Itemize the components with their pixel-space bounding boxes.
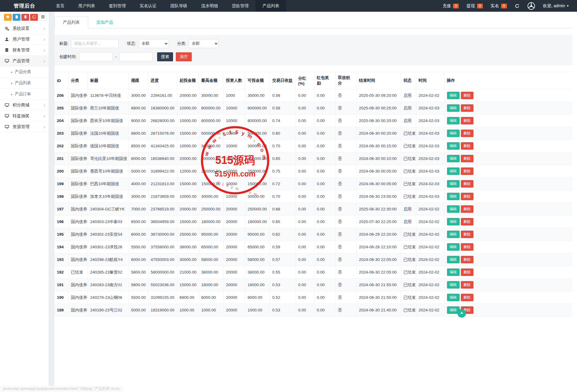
sidebar-item-resource-management[interactable]: 资源管理›	[0, 121, 49, 132]
edit-button[interactable]: 编辑	[447, 92, 460, 99]
nav-item[interactable]: 产品列表	[256, 0, 286, 12]
table-cell: 0.62	[270, 228, 296, 241]
delete-button[interactable]: 删除	[461, 256, 473, 263]
edit-button[interactable]: 编辑	[447, 142, 460, 150]
table-cell: 3000.00	[129, 89, 148, 102]
edit-button[interactable]: 编辑	[447, 294, 460, 301]
column-header: 规模	[129, 72, 148, 89]
list-view-button[interactable]	[39, 14, 47, 21]
table-cell: 55023036.00	[148, 279, 177, 291]
delete-button[interactable]: 删除	[461, 180, 473, 188]
status-bar: javascript:openapp('/pay/products/index.…	[0, 386, 123, 392]
delete-button[interactable]: 删除	[461, 294, 473, 301]
tab-product-list[interactable]: 产品列表	[54, 17, 88, 29]
clear-button[interactable]: 清空	[176, 52, 192, 61]
nav-item[interactable]: 贷款管理	[225, 0, 256, 12]
welcome-dropdown[interactable]: 欢迎, admin ▾	[543, 3, 569, 9]
edit-button[interactable]: 编辑	[447, 218, 460, 225]
table-cell: 0.00	[314, 115, 335, 127]
tab-add-product[interactable]: 添加产品	[88, 17, 121, 28]
edit-button[interactable]: 编辑	[447, 130, 460, 137]
edit-button[interactable]: 编辑	[447, 268, 460, 276]
created-end-input[interactable]	[119, 52, 153, 61]
delete-button[interactable]: 删除	[461, 243, 473, 251]
edit-button[interactable]: 编辑	[447, 243, 460, 251]
edit-button[interactable]: 编辑	[447, 193, 460, 200]
refresh-icon[interactable]	[515, 4, 520, 8]
nav-badge[interactable]: 充值0	[442, 3, 459, 9]
nav-item[interactable]: 团队等级	[163, 0, 194, 12]
title-search-input[interactable]	[71, 39, 119, 48]
delete-button[interactable]: 删除	[461, 281, 473, 289]
sidebar-item-wheel-lottery[interactable]: 转盘抽奖›	[0, 111, 49, 121]
column-header: 红包奖励	[314, 72, 335, 89]
delete-button[interactable]: 删除	[461, 92, 473, 99]
actions-cell: 编辑删除	[444, 291, 572, 304]
table-cell: 0.00	[296, 102, 314, 115]
nav-item[interactable]: 签到管理	[102, 0, 133, 12]
delete-button[interactable]: 删除	[461, 142, 473, 150]
edit-button[interactable]: 编辑	[447, 104, 460, 112]
delete-button[interactable]: 删除	[461, 268, 473, 276]
edit-button[interactable]: 编辑	[447, 155, 460, 162]
delete-button[interactable]: 删除	[461, 205, 473, 213]
sidebar-item-user-management[interactable]: 用户管理›	[0, 34, 49, 45]
delete-button[interactable]: 删除	[461, 130, 473, 137]
sidebar-subitem[interactable]: ▸产品订单	[0, 89, 49, 100]
actions-cell: 编辑删除	[444, 152, 572, 165]
delete-button[interactable]: 删除	[461, 231, 473, 238]
nav-item[interactable]: 实名认证	[133, 0, 163, 12]
table-cell: 0.72	[270, 178, 296, 190]
edit-button[interactable]: 编辑	[447, 231, 460, 238]
table-cell: 15000.00	[177, 178, 199, 190]
delete-button[interactable]: 删除	[461, 117, 473, 124]
home-button[interactable]	[4, 14, 12, 21]
delete-button[interactable]: 删除	[461, 104, 473, 112]
nav-badge[interactable]: 实名0	[491, 3, 507, 9]
avatar[interactable]	[527, 2, 535, 10]
sidebar-subitem[interactable]: ▸产品分类	[0, 66, 49, 78]
status-select[interactable]: 全部	[139, 39, 169, 48]
edit-button[interactable]: 编辑	[447, 281, 460, 289]
sidebar-subitem[interactable]: ▸产品列表	[0, 78, 49, 89]
column-header: 结束时间	[356, 72, 401, 89]
trash-button[interactable]	[21, 14, 29, 21]
edit-button[interactable]: 编辑	[447, 167, 460, 175]
delete-button[interactable]: 删除	[461, 193, 473, 200]
table-cell: 500000.00	[199, 127, 223, 140]
actions-cell: 编辑删除	[444, 178, 572, 190]
edit-button[interactable]: 编辑	[447, 256, 460, 263]
file-button[interactable]	[13, 14, 20, 21]
delete-button[interactable]: 删除	[461, 218, 473, 225]
sidebar-item-product-management[interactable]: 产品管理›	[0, 56, 49, 66]
edit-button[interactable]: 编辑	[447, 117, 460, 124]
nav-item[interactable]: 用户列表	[71, 0, 102, 12]
delete-button[interactable]: 删除	[461, 155, 473, 162]
category-select[interactable]: 全部	[189, 39, 219, 48]
table-row: 192已结束240285-23豫管025800.0058000000.00210…	[54, 266, 572, 279]
table-cell: 10000	[223, 190, 245, 203]
recycle-button[interactable]	[30, 14, 38, 21]
back-to-top-button[interactable]	[458, 309, 466, 317]
edit-button[interactable]: 编辑	[447, 205, 460, 213]
table-cell: 203	[54, 127, 68, 140]
sidebar-item-system-settings[interactable]: 系统设置›	[0, 23, 49, 34]
nav-item[interactable]: 流水明细	[194, 0, 225, 12]
table-cell: 2025-06-30 00:20:00	[356, 115, 401, 127]
created-start-input[interactable]	[79, 52, 113, 61]
edit-button[interactable]: 编辑	[447, 180, 460, 188]
table-cell: 58000.00	[245, 253, 270, 266]
sidebar-item-finance-management[interactable]: 财务管理›	[0, 45, 49, 56]
table-cell: 21231813.00	[148, 178, 177, 190]
nav-badge[interactable]: 提现0	[467, 3, 483, 9]
table-cell: 20000	[223, 203, 245, 216]
table-cell: 10000	[223, 140, 245, 152]
nav-item[interactable]: 首页	[49, 0, 71, 12]
table-cell: 250000.00	[245, 203, 270, 216]
sidebar-item-label: 产品管理	[13, 58, 44, 64]
delete-button[interactable]: 删除	[461, 167, 473, 175]
search-button[interactable]: 搜索	[157, 52, 173, 61]
table-cell: 否	[335, 127, 356, 140]
table-cell: 300000.00	[199, 140, 223, 152]
sidebar-item-points-mall[interactable]: 积分商城›	[0, 100, 49, 111]
